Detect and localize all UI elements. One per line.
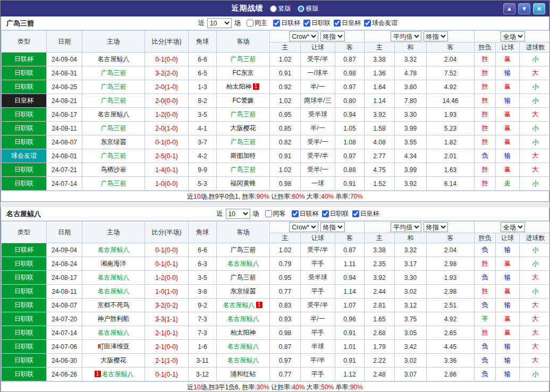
league-filter-checkbox[interactable]: 日皇杯 <box>334 19 361 28</box>
eu-home-odds-cell: 2.44 <box>365 285 395 299</box>
ah-home-odds-cell: 1.02 <box>270 94 301 108</box>
scope-header: 全场 <box>475 31 550 42</box>
home-team-cell: 名古屋鲸八 <box>82 53 145 66</box>
result-cell: 胜 <box>475 326 496 340</box>
odds-company-select[interactable]: Crow* <box>289 31 318 41</box>
summary-text: 场,胜9平0负1, <box>200 193 242 200</box>
ah-home-odds-cell: 0.97 <box>270 354 301 368</box>
col-ah-line: 让球 <box>301 233 335 243</box>
col-corners: 角球 <box>189 221 217 243</box>
away-team-cell: 柏太阳神 <box>217 326 270 340</box>
layout-vertical-radio[interactable] <box>270 5 277 12</box>
team-name: 柏太阳神 <box>226 83 252 90</box>
home-team-cell: 大阪樱花 <box>82 354 145 368</box>
goals-result-cell: 大 <box>520 299 550 312</box>
result-cell: 胜 <box>475 122 496 135</box>
league-filter-checkbox[interactable]: 日联杯 <box>273 19 300 28</box>
team-section-nagoya: 名古屋鲸八 近 10 场 同客 日联杯日职联日皇杯 类型 日期 主场 <box>1 207 549 392</box>
match-count-select[interactable]: 10 <box>207 18 232 28</box>
eu-home-odds-cell: 3.92 <box>365 108 395 122</box>
team-name: 福冈黄蜂 <box>231 180 256 187</box>
layout-vertical-option[interactable]: 竖版 <box>270 4 291 13</box>
europe-time-select[interactable]: 终指 <box>424 31 448 41</box>
eu-home-odds-cell: 1.79 <box>365 340 395 354</box>
eu-draw-odds-cell: 3.99 <box>395 163 427 177</box>
scope-select[interactable]: 全场 <box>501 31 525 41</box>
match-row: 日职联24-08-11广岛三箭2-0(1-0)4-1大阪樱花0.85半/一1.0… <box>2 122 550 135</box>
scroll-up-button[interactable]: ▲ <box>503 3 515 14</box>
same-venue-checkbox[interactable]: 同客 <box>265 209 286 218</box>
odds-time-select[interactable]: 终指 <box>320 31 345 41</box>
league-filter-input[interactable] <box>352 210 359 217</box>
close-button[interactable]: × <box>533 3 545 14</box>
league-filter-checkbox[interactable]: 日职联 <box>322 209 349 218</box>
team-name: 广岛三箭 <box>231 274 256 281</box>
home-team-cell: 广岛三箭 <box>82 122 145 135</box>
league-filter-checkbox[interactable]: 日职联 <box>303 19 331 28</box>
handicap-result-cell: 赢 <box>496 53 520 66</box>
scroll-down-button[interactable]: ▼ <box>518 3 530 14</box>
odds-company-select[interactable]: Crow* <box>289 222 318 232</box>
europe-odds-header: 平均值 终指 <box>365 31 475 42</box>
summary-text: 胜率: <box>242 193 256 200</box>
europe-source-select[interactable]: 平均值 <box>391 222 421 232</box>
layout-horizontal-radio[interactable] <box>298 5 304 12</box>
same-venue-checkbox[interactable]: 同主 <box>247 19 267 28</box>
same-venue-input[interactable] <box>247 20 253 27</box>
europe-time-select[interactable]: 终指 <box>424 222 448 232</box>
date-cell: 24-07-14 <box>47 177 82 191</box>
league-filter-checkbox[interactable]: 球会友谊 <box>364 19 397 28</box>
league-cell: 日职联 <box>2 271 47 285</box>
eu-away-odds-cell: 4.45 <box>427 340 475 354</box>
goals-result-cell: 小 <box>520 80 550 94</box>
league-filter-input[interactable] <box>322 210 329 217</box>
match-row: 日皇杯24-08-21广岛三箭2-0(0-0)8-2FC爱媛1.02两球半/三0… <box>2 94 550 108</box>
date-cell: 24-08-01 <box>47 149 82 163</box>
date-cell: 24-08-07 <box>47 135 82 149</box>
topbar: 近期战绩 竖版 横版 ▲ ▼ × <box>1 1 549 16</box>
handicap-result-cell: 赢 <box>496 108 520 122</box>
col-date: 日期 <box>47 221 82 243</box>
home-team-cell: 名古屋鲸八 <box>82 326 145 340</box>
ah-line-cell: 半/一 <box>301 122 335 135</box>
date-cell: 24-08-25 <box>47 80 82 94</box>
ah-away-odds-cell: 1.05 <box>335 122 365 135</box>
odds-time-select[interactable]: 终指 <box>320 222 345 232</box>
scope-header: 全场 <box>475 221 550 233</box>
eu-away-odds-cell: 5.23 <box>427 122 475 135</box>
goals-result-cell: 大 <box>520 163 550 177</box>
league-filter-input[interactable] <box>334 20 341 27</box>
league-filter-checkbox[interactable]: 日联杯 <box>292 209 319 218</box>
league-filter-input[interactable] <box>273 20 280 27</box>
league-filters: 日联杯日职联日皇杯球会友谊 <box>270 19 397 28</box>
ah-home-odds-cell: 0.87 <box>270 340 301 354</box>
col-away: 客场 <box>217 221 270 243</box>
scope-select[interactable]: 全场 <box>501 222 525 232</box>
date-cell: 24-07-06 <box>47 340 82 354</box>
score-cell: 1-0(1-0) <box>145 285 189 299</box>
same-venue-input[interactable] <box>265 210 272 217</box>
europe-source-select[interactable]: 平均值 <box>391 31 421 41</box>
home-team-cell: 广岛三箭 <box>82 177 145 191</box>
layout-horizontal-option[interactable]: 横版 <box>298 4 319 13</box>
matches-table: 类型 日期 主场 比分(半场) 角球 客场 Crow* 终指 平均值 终指 <box>1 30 550 191</box>
ah-line-cell: 一/球半 <box>301 66 335 80</box>
league-filter-input[interactable] <box>303 20 310 27</box>
handicap-result-cell: 赢 <box>496 257 520 271</box>
eu-away-odds-cell: 2.04 <box>427 53 475 66</box>
goals-result-cell: 小 <box>520 135 550 149</box>
summary-text: 单率: <box>334 193 350 200</box>
date-cell: 24-07-14 <box>47 326 82 340</box>
away-team-cell: 大阪樱花 <box>217 122 270 135</box>
team-name: 名古屋鲸八 <box>223 301 255 309</box>
league-cell: 日职联 <box>2 354 47 368</box>
league-filters: 日联杯日职联日皇杯 <box>289 209 379 219</box>
match-row: 日联杯24-09-04名古屋鲸八0-1(0-0)6-6广岛三箭1.02受平/半0… <box>2 53 550 66</box>
league-filter-checkbox[interactable]: 日皇杯 <box>352 209 379 218</box>
corners-cell: 6-5 <box>189 66 217 80</box>
match-row: 日职联24-07-06町田泽维亚2-1(0-0)1-6名古屋鲸八0.87半球1.… <box>2 340 550 354</box>
league-filter-input[interactable] <box>364 20 371 27</box>
eu-home-odds-cell: 4.08 <box>365 135 395 149</box>
league-filter-input[interactable] <box>292 210 299 217</box>
match-count-select[interactable]: 10 <box>226 209 250 219</box>
